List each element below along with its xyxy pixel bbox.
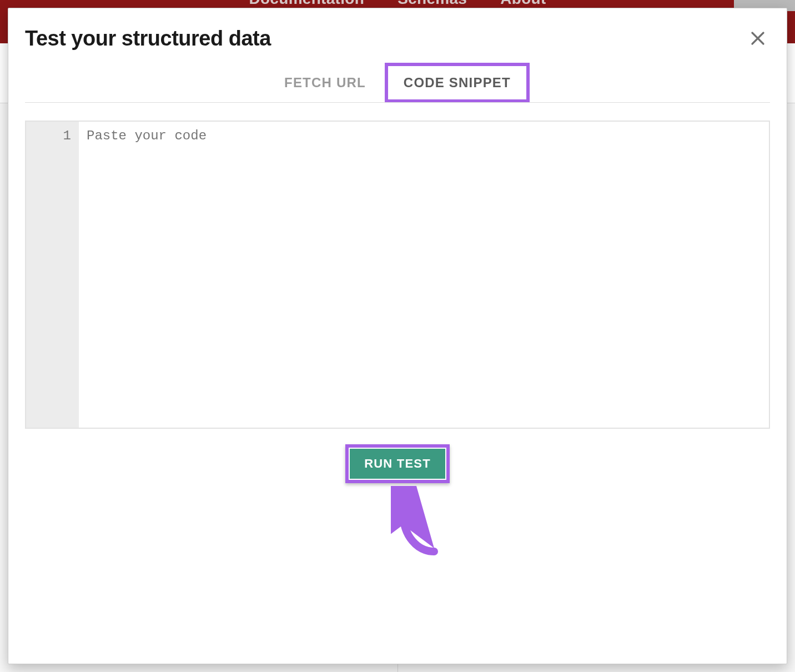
modal-header: Test your structured data [25, 26, 770, 51]
nav-item-documentation: Documentation [249, 0, 364, 8]
line-gutter: 1 [26, 122, 79, 428]
nav-item-schemas: Schemas [398, 0, 467, 8]
tabs: FETCH URL CODE SNIPPET [25, 63, 770, 103]
run-row: RUN TEST [25, 444, 770, 483]
tab-code-snippet[interactable]: CODE SNIPPET [385, 63, 530, 103]
code-input[interactable] [79, 122, 769, 428]
code-editor: 1 [25, 121, 770, 429]
line-number: 1 [26, 128, 71, 143]
test-structured-data-modal: Test your structured data FETCH URL CODE… [8, 8, 787, 664]
modal-title: Test your structured data [25, 27, 271, 51]
tab-fetch-url[interactable]: FETCH URL [265, 63, 385, 103]
run-test-button[interactable]: RUN TEST [350, 449, 445, 479]
close-button[interactable] [746, 26, 770, 51]
run-button-highlight: RUN TEST [345, 444, 450, 483]
close-icon [749, 30, 766, 47]
tabs-divider [25, 102, 770, 103]
nav-item-about: About [500, 0, 546, 8]
